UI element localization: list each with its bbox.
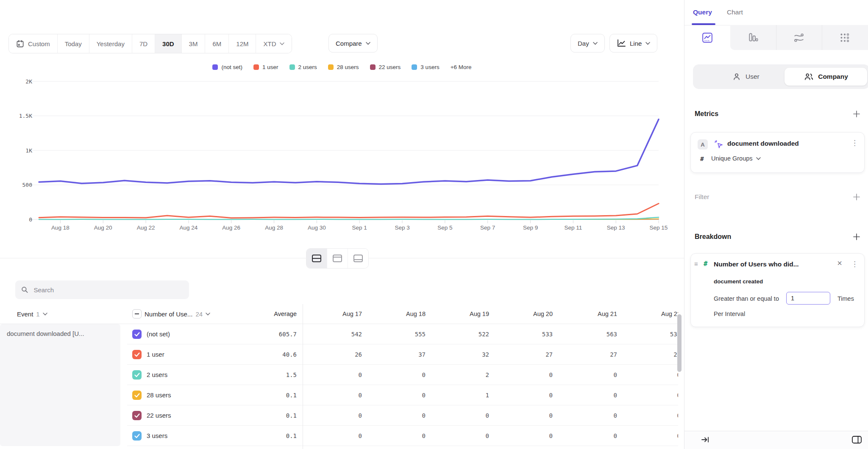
search-input[interactable] (33, 286, 183, 294)
add-filter-button[interactable] (853, 193, 860, 201)
row-checkbox[interactable] (132, 391, 142, 400)
trend-line-chart[interactable]: 05001K1.5K2KAug 18Aug 20Aug 22Aug 24Aug … (0, 75, 684, 241)
chart-kind-line-tab[interactable] (684, 25, 730, 50)
legend-item-2-users[interactable]: 2 users (289, 64, 317, 70)
range-button-12m[interactable]: 12M (229, 34, 256, 53)
chart-kind-grid-tab[interactable] (822, 25, 868, 50)
legend-label: 3 users (420, 64, 439, 70)
row-checkbox[interactable] (132, 411, 142, 420)
group-column-header[interactable]: Number of Use... 24 (132, 304, 210, 324)
row-value: 0 (617, 405, 678, 426)
breakdown-event-name[interactable]: document created (714, 278, 763, 285)
metric-measure-dropdown[interactable]: Unique Groups (711, 155, 761, 162)
chevron-down-icon (593, 42, 598, 45)
range-button-7d[interactable]: 7D (132, 34, 155, 53)
legend-more-button[interactable]: +6 More (451, 64, 472, 70)
metric-menu-button[interactable]: ⋮ (851, 139, 858, 147)
svg-text:Sep 5: Sep 5 (437, 224, 452, 231)
range-button-3m[interactable]: 3M (182, 34, 206, 53)
close-icon[interactable]: × (837, 259, 842, 267)
chart-type-dropdown[interactable]: Line (609, 34, 657, 53)
date-column-header-aug-21[interactable]: Aug 21 (554, 304, 617, 324)
metric-measure-label: Unique Groups (711, 155, 753, 162)
check-icon (134, 434, 140, 438)
row-checkbox[interactable] (132, 370, 142, 380)
row-label[interactable]: 28 users (147, 385, 171, 405)
row-checkbox[interactable] (132, 350, 142, 359)
scope-company-option[interactable]: Company (785, 68, 867, 86)
table-row-not-set: (not set)605.7542555522533563538 (0, 324, 678, 344)
check-icon (134, 413, 140, 418)
row-average: 0.1 (233, 405, 297, 426)
add-metric-button[interactable] (853, 110, 860, 118)
range-button-today[interactable]: Today (58, 34, 89, 53)
compare-label: Compare (336, 40, 362, 47)
date-column-header-aug-17[interactable]: Aug 17 (298, 304, 362, 324)
row-value: 0 (489, 405, 553, 426)
legend-item-22-users[interactable]: 22 users (370, 64, 401, 70)
range-button-yesterday[interactable]: Yesterday (89, 34, 132, 53)
legend-label: 22 users (379, 64, 401, 70)
select-all-checkbox[interactable] (132, 309, 142, 319)
row-label[interactable]: (not set) (147, 324, 170, 344)
legend-item-3-users[interactable]: 3 users (412, 64, 439, 70)
layout-table-only-button[interactable] (348, 249, 368, 268)
row-label[interactable]: 1 user (147, 344, 164, 365)
add-breakdown-button[interactable] (853, 233, 860, 241)
tab-query[interactable]: Query (693, 0, 712, 25)
layout-split-button[interactable] (306, 249, 327, 268)
table-row-28-users: 28 users0.1001000 (0, 385, 678, 405)
group-count: 24 (195, 310, 203, 318)
side-panel-icon[interactable] (851, 435, 862, 445)
breakdown-per-interval[interactable]: Per Interval (714, 310, 745, 317)
svg-text:Sep 1: Sep 1 (352, 224, 367, 231)
metric-card[interactable]: A document downloaded ⋮ # Unique Groups (690, 132, 865, 173)
range-button-custom[interactable]: Custom (9, 34, 58, 53)
tab-chart[interactable]: Chart (727, 0, 743, 25)
interval-label: Day (578, 40, 589, 47)
row-value: 0 (298, 426, 362, 446)
drag-handle-icon[interactable]: ≡ (694, 260, 698, 267)
row-label[interactable]: 22 users (147, 405, 171, 426)
legend-label: (not set) (221, 64, 242, 70)
event-column-header[interactable]: Event 1 (17, 304, 47, 324)
chart-kind-bar-tab[interactable] (730, 25, 776, 50)
svg-text:Sep 9: Sep 9 (523, 224, 538, 231)
range-button-xtd[interactable]: XTD (256, 34, 292, 53)
row-value: 0 (489, 426, 553, 446)
row-value: 0 (362, 365, 426, 385)
average-column-header[interactable]: Average (233, 304, 297, 324)
chart-kind-flow-tab[interactable] (776, 25, 822, 50)
legend-item-28-users[interactable]: 28 users (328, 64, 359, 70)
date-column-header-aug-22[interactable]: Aug 22 (617, 304, 678, 324)
breakdown-menu-button[interactable]: ⋮ (851, 261, 858, 268)
legend-item-not-set[interactable]: (not set) (212, 64, 242, 70)
date-column-header-aug-18[interactable]: Aug 18 (362, 304, 426, 324)
breakdown-card[interactable]: ≡ # Number of Users who did... × ⋮ docum… (690, 253, 865, 327)
row-value: 0 (554, 365, 617, 385)
range-button-30d[interactable]: 30D (155, 34, 182, 53)
legend-item-1-user[interactable]: 1 user (253, 64, 278, 70)
row-label[interactable]: 3 users (147, 426, 167, 446)
row-label[interactable]: 2 users (147, 365, 167, 385)
indeterminate-icon (135, 313, 139, 314)
svg-text:Sep 11: Sep 11 (564, 224, 582, 231)
breakdown-condition-label[interactable]: Greater than or equal to (714, 295, 779, 302)
date-range-selector: CustomTodayYesterday7D30D3M6M12MXTD (8, 34, 292, 53)
interval-dropdown[interactable]: Day (570, 34, 605, 53)
breakdown-value-input[interactable] (786, 292, 830, 305)
date-column-header-aug-19[interactable]: Aug 19 (426, 304, 489, 324)
breakdown-unit-label: Times (837, 295, 854, 302)
date-column-header-aug-20[interactable]: Aug 20 (489, 304, 553, 324)
table-scrollbar[interactable] (677, 314, 682, 372)
row-value: 27 (554, 344, 617, 365)
row-value: 0 (426, 426, 489, 446)
row-checkbox[interactable] (132, 330, 142, 339)
row-checkbox[interactable] (132, 431, 142, 441)
scope-user-option[interactable]: User (732, 64, 760, 89)
layout-chart-only-button[interactable] (327, 249, 348, 268)
bar-chart-icon (748, 32, 759, 43)
collapse-panel-icon[interactable] (701, 435, 710, 444)
compare-button[interactable]: Compare (328, 34, 378, 53)
range-button-6m[interactable]: 6M (205, 34, 229, 53)
